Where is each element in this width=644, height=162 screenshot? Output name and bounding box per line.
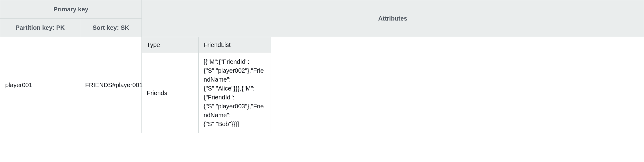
attribute-columns-row: player001 FRIENDS#player001 Type FriendL… <box>0 37 644 53</box>
sort-key-header: Sort key: SK <box>80 19 142 37</box>
partition-key-header: Partition key: PK <box>0 19 80 37</box>
attr-col-blank <box>271 37 644 53</box>
data-table: Primary key Attributes Partition key: PK… <box>0 0 644 133</box>
cell-blank <box>271 53 644 133</box>
attr-col-type-header: Type <box>142 37 199 53</box>
cell-friendlist: [{"M":{"FriendId":{"S":"player002"},"Fri… <box>199 53 271 133</box>
primary-key-header: Primary key <box>0 0 142 19</box>
attributes-header: Attributes <box>142 0 644 37</box>
cell-sort-key: FRIENDS#player001 <box>80 37 142 133</box>
table-header-row-1: Primary key Attributes <box>0 0 644 19</box>
cell-type: Friends <box>142 53 199 133</box>
cell-partition-key: player001 <box>0 37 80 133</box>
dynamodb-table-view: Primary key Attributes Partition key: PK… <box>0 0 644 133</box>
friendlist-value: [{"M":{"FriendId":{"S":"player002"},"Fri… <box>204 57 266 129</box>
attr-col-friendlist-header: FriendList <box>199 37 271 53</box>
